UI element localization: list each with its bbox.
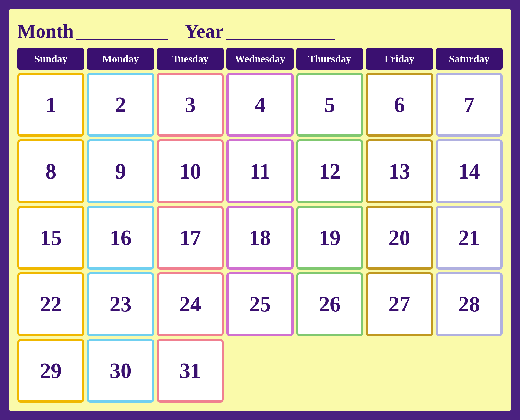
- day-cell-19[interactable]: 19: [296, 206, 363, 270]
- day-cell-20[interactable]: 20: [366, 206, 433, 270]
- header-saturday: Saturday: [436, 48, 503, 70]
- day-cell-15[interactable]: 15: [17, 206, 84, 270]
- day-cell-16[interactable]: 16: [87, 206, 154, 270]
- header-tuesday: Tuesday: [157, 48, 224, 70]
- month-label: Month: [17, 20, 74, 43]
- day-cell-27[interactable]: 27: [366, 272, 433, 336]
- day-cell-12[interactable]: 12: [296, 139, 363, 203]
- day-cell-30[interactable]: 30: [87, 339, 154, 403]
- day-cell-25[interactable]: 25: [226, 272, 293, 336]
- day-cell-24[interactable]: 24: [157, 272, 224, 336]
- day-cell-6[interactable]: 6: [366, 73, 433, 137]
- month-line: [76, 39, 168, 40]
- day-cell-21[interactable]: 21: [436, 206, 503, 270]
- days-header: Sunday Monday Tuesday Wednesday Thursday…: [17, 48, 503, 70]
- day-cell-11[interactable]: 11: [226, 139, 293, 203]
- day-cell-17[interactable]: 17: [157, 206, 224, 270]
- day-cell-26[interactable]: 26: [296, 272, 363, 336]
- day-cell-4[interactable]: 4: [226, 73, 293, 137]
- day-cell-28[interactable]: 28: [436, 272, 503, 336]
- header-friday: Friday: [366, 48, 433, 70]
- day-cell-31[interactable]: 31: [157, 339, 224, 403]
- day-cell-10[interactable]: 10: [157, 139, 224, 203]
- header-sunday: Sunday: [17, 48, 84, 70]
- day-cell-3[interactable]: 3: [157, 73, 224, 137]
- day-cell-29[interactable]: 29: [17, 339, 84, 403]
- month-field: Month: [17, 20, 168, 43]
- day-cell-9[interactable]: 9: [87, 139, 154, 203]
- day-cell-14[interactable]: 14: [436, 139, 503, 203]
- day-cell-22[interactable]: 22: [17, 272, 84, 336]
- year-label: Year: [185, 20, 224, 43]
- day-cell-5[interactable]: 5: [296, 73, 363, 137]
- day-cell-8[interactable]: 8: [17, 139, 84, 203]
- day-cell-7[interactable]: 7: [436, 73, 503, 137]
- header-row: Month Year: [17, 17, 503, 48]
- day-cell-18[interactable]: 18: [226, 206, 293, 270]
- header-thursday: Thursday: [296, 48, 363, 70]
- year-line: [226, 39, 335, 40]
- calendar-grid: 1234567891011121314151617181920212223242…: [17, 73, 503, 403]
- header-monday: Monday: [87, 48, 154, 70]
- day-cell-23[interactable]: 23: [87, 272, 154, 336]
- day-cell-13[interactable]: 13: [366, 139, 433, 203]
- calendar-container: Month Year Sunday Monday Tuesday Wednesd…: [5, 5, 515, 415]
- calendar-inner: Month Year Sunday Monday Tuesday Wednesd…: [9, 9, 511, 411]
- day-cell-1[interactable]: 1: [17, 73, 84, 137]
- header-wednesday: Wednesday: [226, 48, 293, 70]
- day-cell-2[interactable]: 2: [87, 73, 154, 137]
- year-field: Year: [185, 20, 335, 43]
